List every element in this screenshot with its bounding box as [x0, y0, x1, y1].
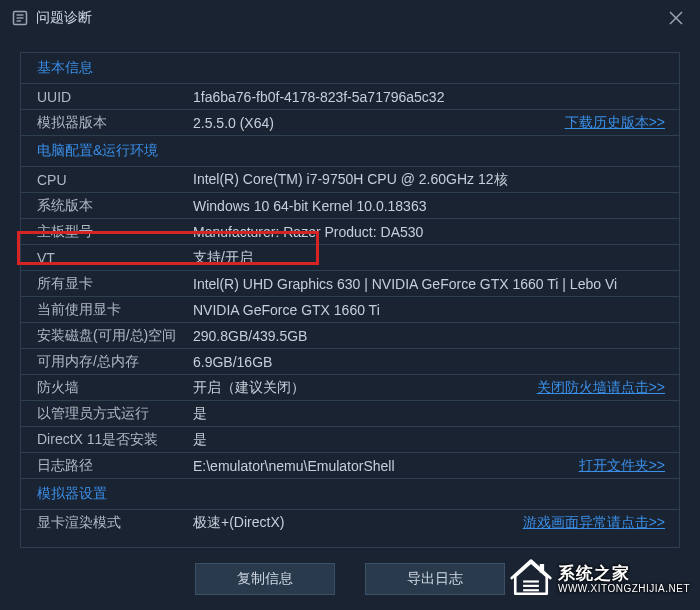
- value-all-gpus: Intel(R) UHD Graphics 630 | NVIDIA GeFor…: [193, 276, 679, 292]
- label-current-gpu: 当前使用显卡: [21, 301, 193, 319]
- value-current-gpu: NVIDIA GeForce GTX 1660 Ti: [193, 302, 679, 318]
- value-admin: 是: [193, 405, 679, 423]
- row-directx: DirectX 11是否安装 是: [21, 427, 679, 453]
- row-all-gpus: 所有显卡 Intel(R) UHD Graphics 630 | NVIDIA …: [21, 271, 679, 297]
- value-firewall: 开启（建议关闭）: [193, 379, 537, 397]
- close-button[interactable]: [664, 6, 688, 30]
- label-uuid: UUID: [21, 89, 193, 105]
- row-os: 系统版本 Windows 10 64-bit Kernel 10.0.18363: [21, 193, 679, 219]
- value-cpu: Intel(R) Core(TM) i7-9750H CPU @ 2.60GHz…: [193, 171, 679, 189]
- row-uuid: UUID 1fa6ba76-fb0f-4178-823f-5a71796a5c3…: [21, 84, 679, 110]
- label-admin: 以管理员方式运行: [21, 405, 193, 423]
- diagnostics-panel[interactable]: 基本信息 UUID 1fa6ba76-fb0f-4178-823f-5a7179…: [20, 52, 680, 548]
- value-emulator-version: 2.5.5.0 (X64): [193, 115, 565, 131]
- row-current-gpu: 当前使用显卡 NVIDIA GeForce GTX 1660 Ti: [21, 297, 679, 323]
- link-graphics-issue[interactable]: 游戏画面异常请点击>>: [523, 514, 679, 532]
- row-vt: VT 支持/开启: [21, 245, 679, 271]
- close-icon: [669, 11, 683, 25]
- link-download-history[interactable]: 下载历史版本>>: [565, 114, 679, 132]
- label-directx: DirectX 11是否安装: [21, 431, 193, 449]
- section-header-settings: 模拟器设置: [21, 479, 679, 510]
- export-log-button[interactable]: 导出日志: [365, 563, 505, 595]
- row-firewall: 防火墙 开启（建议关闭） 关闭防火墙请点击>>: [21, 375, 679, 401]
- value-motherboard: Manufacturer: Razer Product: DA530: [193, 224, 679, 240]
- label-disk: 安装磁盘(可用/总)空间: [21, 327, 193, 345]
- link-disable-firewall[interactable]: 关闭防火墙请点击>>: [537, 379, 679, 397]
- footer: 复制信息 导出日志: [0, 548, 700, 610]
- label-os: 系统版本: [21, 197, 193, 215]
- row-emulator-version: 模拟器版本 2.5.5.0 (X64) 下载历史版本>>: [21, 110, 679, 136]
- row-disk: 安装磁盘(可用/总)空间 290.8GB/439.5GB: [21, 323, 679, 349]
- section-header-env: 电脑配置&运行环境: [21, 136, 679, 167]
- value-os: Windows 10 64-bit Kernel 10.0.18363: [193, 198, 679, 214]
- titlebar: 问题诊断: [0, 0, 700, 36]
- value-directx: 是: [193, 431, 679, 449]
- label-vt: VT: [21, 250, 193, 266]
- row-cpu: CPU Intel(R) Core(TM) i7-9750H CPU @ 2.6…: [21, 167, 679, 193]
- section-header-basic: 基本信息: [21, 53, 679, 84]
- label-log-path: 日志路径: [21, 457, 193, 475]
- value-memory: 6.9GB/16GB: [193, 354, 679, 370]
- window-title: 问题诊断: [36, 9, 664, 27]
- copy-info-button[interactable]: 复制信息: [195, 563, 335, 595]
- label-all-gpus: 所有显卡: [21, 275, 193, 293]
- value-uuid: 1fa6ba76-fb0f-4178-823f-5a71796a5c32: [193, 89, 679, 105]
- label-cpu: CPU: [21, 172, 193, 188]
- row-memory: 可用内存/总内存 6.9GB/16GB: [21, 349, 679, 375]
- label-firewall: 防火墙: [21, 379, 193, 397]
- row-motherboard: 主板型号 Manufacturer: Razer Product: DA530: [21, 219, 679, 245]
- row-render-mode: 显卡渲染模式 极速+(DirectX) 游戏画面异常请点击>>: [21, 510, 679, 536]
- label-motherboard: 主板型号: [21, 223, 193, 241]
- row-admin: 以管理员方式运行 是: [21, 401, 679, 427]
- label-render-mode: 显卡渲染模式: [21, 514, 193, 532]
- label-emulator-version: 模拟器版本: [21, 114, 193, 132]
- value-render-mode: 极速+(DirectX): [193, 514, 523, 532]
- value-log-path: E:\emulator\nemu\EmulatorShell: [193, 458, 579, 474]
- link-open-folder[interactable]: 打开文件夹>>: [579, 457, 679, 475]
- label-memory: 可用内存/总内存: [21, 353, 193, 371]
- app-icon: [12, 10, 28, 26]
- value-disk: 290.8GB/439.5GB: [193, 328, 679, 344]
- value-vt: 支持/开启: [193, 249, 679, 267]
- row-log-path: 日志路径 E:\emulator\nemu\EmulatorShell 打开文件…: [21, 453, 679, 479]
